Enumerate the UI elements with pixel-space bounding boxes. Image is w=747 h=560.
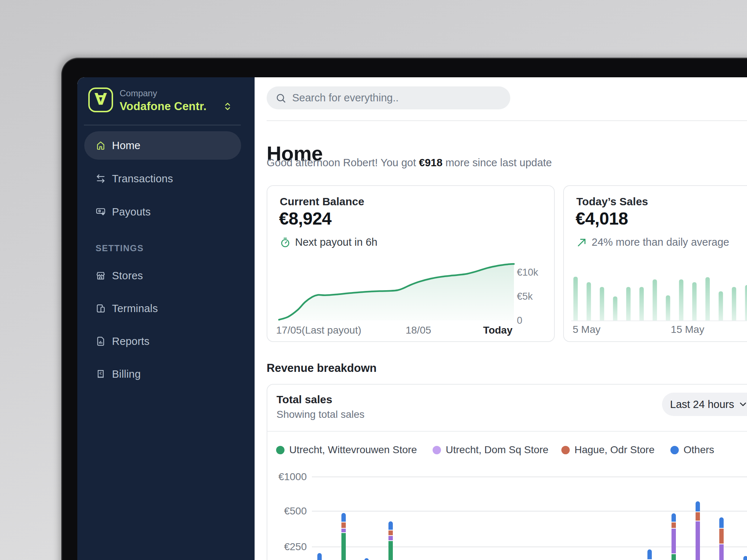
- revenue-y-tick: €250: [276, 541, 307, 552]
- topbar-divider: [267, 120, 747, 121]
- revenue-y-tick: €500: [276, 506, 307, 517]
- stacked-bar-segment-orange: [388, 530, 393, 535]
- sidebar-item-terminals[interactable]: Terminals: [84, 294, 241, 323]
- sidebar-item-label: Home: [112, 140, 140, 152]
- terminal-icon: [96, 303, 106, 314]
- sidebar-item-home[interactable]: Home: [84, 131, 241, 160]
- stacked-bar-segment-purple: [671, 529, 676, 553]
- desktop-background: ∀ Company Vodafone Centr. HomeTransactio…: [0, 0, 747, 560]
- company-name: Vodafone Centr.: [120, 100, 206, 113]
- sidebar-item-billing[interactable]: €Billing: [84, 360, 241, 388]
- todays-sales-card: Today’s Sales €4,018 24% more than daily…: [563, 185, 747, 342]
- company-logo: ∀: [88, 88, 113, 112]
- greeting-prefix: Good afternoon Robert! You got: [267, 157, 419, 168]
- home-icon: [96, 140, 106, 151]
- balance-y-tick: 0: [517, 315, 522, 326]
- revenue-y-tick: €1000: [276, 471, 307, 482]
- stacked-bar-segment-green: [671, 554, 676, 560]
- x-label-mid: 18/05: [393, 324, 444, 336]
- stacked-bar-segment-blue: [317, 553, 322, 560]
- x-label-5-may: 5 May: [573, 324, 600, 335]
- stacked-bar-segment-blue: [364, 558, 369, 560]
- company-switcher-icon[interactable]: [222, 101, 233, 112]
- sidebar-item-transactions[interactable]: Transactions: [84, 164, 241, 193]
- sidebar-item-label: Stores: [112, 270, 143, 282]
- gridline: [312, 547, 747, 547]
- app-window: ∀ Company Vodafone Centr. HomeTransactio…: [77, 77, 747, 560]
- gridline: [312, 477, 747, 477]
- greeting-suffix: more since last update: [442, 157, 552, 168]
- sidebar-item-label: Reports: [112, 335, 150, 347]
- x-label-last-payout: 17/05(Last payout): [276, 324, 361, 336]
- svg-text:€: €: [100, 371, 102, 376]
- stacked-bar-segment-purple: [341, 529, 346, 532]
- balance-chart-x-axis: 17/05(Last payout) 18/05 Today: [276, 324, 512, 338]
- sales-delta-row: 24% more than daily average: [576, 236, 729, 248]
- gridline: [312, 511, 747, 512]
- balance-y-tick: €5k: [517, 291, 533, 302]
- company-logo-glyph: ∀: [94, 91, 107, 107]
- stacked-bar-segment-blue: [388, 521, 393, 530]
- search-icon: [275, 93, 286, 104]
- sales-card-value: €4,018: [576, 209, 628, 229]
- revenue-stacked-bar-chart: €1000€500€250: [267, 385, 747, 560]
- stacked-bar-segment-green: [388, 541, 393, 560]
- sales-delta-text: 24% more than daily average: [592, 236, 729, 248]
- billing-icon: €: [96, 369, 106, 379]
- sidebar-item-label: Terminals: [112, 303, 158, 315]
- sidebar-section-heading: SETTINGS: [96, 243, 144, 253]
- next-payout-text: Next payout in 6h: [295, 236, 378, 248]
- stacked-bar-segment-purple: [719, 544, 724, 560]
- stacked-bar-segment-orange: [341, 522, 346, 528]
- sidebar: ∀ Company Vodafone Centr. HomeTransactio…: [77, 77, 255, 560]
- balance-card-title: Current Balance: [280, 195, 364, 208]
- stacked-bar-segment-orange: [696, 512, 700, 521]
- device-bezel: ∀ Company Vodafone Centr. HomeTransactio…: [61, 58, 747, 560]
- payouts-icon: [96, 207, 106, 217]
- store-icon: [96, 271, 106, 281]
- x-label-today: Today: [483, 324, 512, 336]
- stacked-bar-segment-purple: [388, 536, 393, 540]
- company-label: Company: [120, 88, 157, 98]
- sidebar-item-label: Payouts: [112, 206, 151, 218]
- stacked-bar-segment-orange: [719, 529, 724, 544]
- sidebar-item-label: Billing: [112, 368, 141, 380]
- greeting-text: Good afternoon Robert! You got €918 more…: [267, 157, 552, 169]
- stopwatch-icon: [280, 237, 291, 248]
- sidebar-item-stores[interactable]: Stores: [84, 261, 241, 290]
- sidebar-item-reports[interactable]: Reports: [84, 327, 241, 355]
- next-payout-row: Next payout in 6h: [280, 236, 378, 248]
- daily-sales-bar-chart: [571, 268, 747, 329]
- transactions-icon: [96, 174, 106, 184]
- greeting-amount: €918: [419, 157, 443, 168]
- report-icon: [96, 336, 106, 346]
- trend-up-icon: [576, 237, 587, 248]
- search-input[interactable]: [291, 92, 502, 104]
- stacked-bar-segment-blue: [647, 549, 652, 559]
- revenue-breakdown-heading: Revenue breakdown: [267, 362, 376, 375]
- balance-card-value: €8,924: [279, 209, 332, 229]
- stacked-bar-segment-purple: [696, 521, 700, 560]
- x-label-15-may: 15 May: [666, 324, 709, 335]
- stacked-bar-segment-orange: [671, 522, 676, 528]
- balance-y-tick: €10k: [517, 267, 538, 278]
- balance-area-chart: [276, 260, 531, 322]
- stacked-bar-segment-blue: [671, 513, 676, 522]
- search-bar[interactable]: [267, 86, 510, 109]
- sales-card-title: Today’s Sales: [576, 195, 648, 208]
- stacked-bar-segment-blue: [341, 513, 346, 522]
- stacked-bar-segment-blue: [743, 556, 747, 560]
- stacked-bar-segment-blue: [719, 517, 724, 528]
- sidebar-item-payouts[interactable]: Payouts: [84, 198, 241, 226]
- stacked-bar-segment-green: [341, 533, 346, 560]
- sidebar-item-label: Transactions: [112, 173, 173, 185]
- current-balance-card: Current Balance €8,924 Next payout in 6h…: [267, 185, 555, 342]
- sidebar-divider: [84, 125, 241, 125]
- total-sales-card: Total sales Showing total sales Last 24 …: [267, 384, 747, 560]
- stacked-bar-segment-blue: [696, 501, 700, 512]
